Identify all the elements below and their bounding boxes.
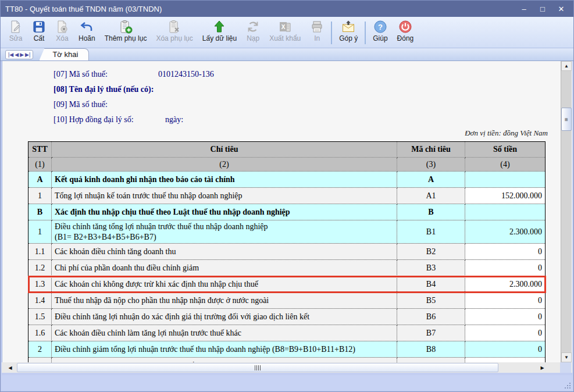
- scroll-left-icon[interactable]: ◀: [5, 362, 15, 373]
- resize-grip-icon[interactable]: [564, 382, 571, 389]
- minimize-icon[interactable]: –: [516, 3, 532, 15]
- toolbar-button-get-data[interactable]: Lấy dữ liệu: [198, 18, 241, 48]
- table-row[interactable]: 1Tổng lợi nhuận kế toán trước thuế thu n…: [28, 188, 546, 204]
- toolbar-separator: [365, 22, 366, 44]
- row-code: B8: [397, 341, 465, 358]
- row-label: Xác định thu nhập chịu thuế theo Luật th…: [52, 204, 397, 220]
- toolbar-button-label: Xóa: [56, 34, 68, 42]
- toolbar-button-label: Thêm phụ lục: [105, 34, 147, 42]
- report-table-body: AKết quả kinh doanh ghi nhận theo báo cá…: [28, 172, 546, 363]
- row-value[interactable]: 0: [465, 325, 546, 341]
- row-code: B1: [397, 220, 465, 244]
- toolbar-button-close-power[interactable]: Đóng: [393, 18, 419, 48]
- row-value[interactable]: [465, 204, 546, 220]
- tab-nav-buttons: |◀ ◀ ▶ ▶|: [5, 50, 33, 59]
- form-field-7: [07] Mã số thuế:0101243150-136: [54, 67, 561, 82]
- row-value[interactable]: 0: [465, 260, 546, 276]
- maximize-icon[interactable]: □: [535, 3, 550, 15]
- scroll-down-icon[interactable]: ▼: [561, 352, 572, 362]
- table-row[interactable]: 1.4Thuế thu nhập đã nộp cho phần thu nhậ…: [28, 293, 546, 309]
- row-stt: 2.1: [28, 358, 52, 363]
- row-value[interactable]: 0: [465, 309, 546, 325]
- toolbar-button-label: Giúp: [373, 34, 387, 42]
- form-field-label: [09] Mã số thuế:: [54, 100, 158, 109]
- remove-appendix-icon: [167, 20, 181, 34]
- table-row[interactable]: 1.2Chi phí của phần doanh thu điều chỉnh…: [28, 260, 546, 276]
- form-field-value[interactable]: 0101243150-136: [158, 70, 214, 79]
- row-value[interactable]: 2.300.000: [465, 220, 546, 244]
- row-stt: B: [28, 204, 52, 220]
- row-stt: 1: [28, 220, 52, 244]
- table-row[interactable]: 1.5Điều chỉnh tăng lợi nhuận do xác định…: [28, 309, 546, 325]
- status-bar: [2, 375, 572, 390]
- app-window: TT80 - Quyết toán thuế TNDN năm (03/TNDN…: [0, 0, 574, 392]
- scroll-up-icon[interactable]: ▲: [561, 61, 572, 71]
- horizontal-scrollbar[interactable]: ◀ ▶: [2, 362, 560, 373]
- table-header-row: STT Chỉ tiêu Mã chỉ tiêu Số tiền: [28, 142, 546, 158]
- table-row[interactable]: 1Điều chỉnh tăng tổng lợi nhuận trước th…: [28, 220, 546, 244]
- row-code: B6: [397, 309, 465, 325]
- toolbar-button-label: Xuất khẩu: [269, 34, 301, 42]
- close-power-icon: [398, 20, 412, 34]
- table-row[interactable]: AKết quả kinh doanh ghi nhận theo báo cá…: [28, 172, 546, 188]
- row-stt: A: [28, 172, 52, 188]
- tab-nav-last-icon[interactable]: ▶|: [25, 52, 30, 58]
- form-field-suffix-label: ngày:: [165, 115, 183, 124]
- toolbar-button-label: In: [314, 34, 320, 42]
- toolbar-button-feedback-envelope[interactable]: Góp ý: [334, 18, 362, 48]
- toolbar: SửaCấtXóaHoãnThêm phụ lụcXóa phụ lụcLấy …: [1, 17, 573, 48]
- row-label: Tổng lợi nhuận kế toán trước thuế thu nh…: [52, 188, 397, 204]
- row-code: B5: [397, 293, 465, 309]
- row-value[interactable]: [465, 172, 546, 188]
- export-excel-icon: X: [278, 20, 292, 34]
- scroll-right-icon[interactable]: ▶: [537, 362, 547, 373]
- row-stt: 1.1: [28, 244, 52, 260]
- table-row[interactable]: 2.1Giảm trừ các khoản doanh thu đã tính …: [28, 358, 546, 363]
- table-row-highlighted[interactable]: 1.3Các khoản chi không được trừ khi xác …: [28, 276, 546, 293]
- save-floppy-icon: [32, 20, 46, 34]
- vertical-scrollbar[interactable]: ▲ ≡ ▼: [561, 61, 572, 362]
- vertical-scroll-thumb[interactable]: ≡: [561, 108, 572, 131]
- form-field-label: [07] Mã số thuế:: [54, 70, 158, 79]
- toolbar-button-save-floppy[interactable]: Cất: [27, 18, 51, 48]
- row-value[interactable]: 0: [465, 341, 546, 358]
- tab-nav-first-icon[interactable]: |◀: [8, 52, 13, 58]
- table-row[interactable]: 2Điều chỉnh giảm tổng lợi nhuận trước th…: [28, 341, 546, 358]
- row-value[interactable]: 152.000.000: [465, 188, 546, 204]
- help-icon: ?: [373, 20, 387, 34]
- form-field-label: [10] Hợp đồng đại lý số:: [54, 115, 158, 124]
- toolbar-button-label: Xóa phụ lục: [156, 34, 192, 42]
- toolbar-button-add-appendix[interactable]: Thêm phụ lục: [100, 18, 152, 48]
- tab-to-khai[interactable]: Tờ khai: [39, 48, 89, 60]
- row-label: Thuế thu nhập đã nộp cho phần thu nhập n…: [52, 293, 397, 309]
- tab-nav-next-icon[interactable]: ▶: [20, 52, 24, 58]
- currency-note: Đơn vị tiền: đồng Việt Nam: [2, 129, 561, 140]
- svg-text:X: X: [281, 24, 286, 30]
- table-row[interactable]: 1.6Các khoản điều chỉnh làm tăng lợi nhu…: [28, 325, 546, 341]
- tab-strip: |◀ ◀ ▶ ▶| Tờ khai: [1, 48, 573, 61]
- reload-icon: [246, 20, 260, 34]
- row-value[interactable]: 0: [465, 293, 546, 309]
- table-row[interactable]: BXác định thu nhập chịu thuế theo Luật t…: [28, 204, 546, 220]
- toolbar-button-help[interactable]: ?Giúp: [368, 18, 392, 48]
- row-code: B: [397, 204, 465, 220]
- col-header-chi-tieu: Chỉ tiêu: [52, 142, 397, 158]
- toolbar-button-label: Góp ý: [339, 34, 358, 42]
- col-index-4: (4): [465, 158, 546, 172]
- horizontal-scroll-thumb[interactable]: [17, 363, 498, 372]
- toolbar-button-undo-arrow[interactable]: Hoãn: [74, 18, 100, 48]
- close-icon[interactable]: ✕: [554, 3, 569, 15]
- row-value[interactable]: 0: [465, 244, 546, 260]
- window-controls: – □ ✕: [516, 3, 569, 15]
- delete-page-icon: [55, 20, 69, 34]
- title-bar: TT80 - Quyết toán thuế TNDN năm (03/TNDN…: [1, 1, 573, 17]
- scroll-thumb-grip: [255, 365, 261, 370]
- table-row[interactable]: 1.1Các khoản điều chỉnh tăng doanh thuB2…: [28, 244, 546, 260]
- col-header-stt: STT: [28, 142, 52, 158]
- print-icon: [310, 20, 324, 34]
- row-value[interactable]: 0: [465, 358, 546, 363]
- toolbar-button-delete-page: Xóa: [51, 18, 74, 48]
- tab-nav-prev-icon[interactable]: ◀: [15, 52, 19, 58]
- scrollbar-corner: [560, 362, 571, 373]
- row-value[interactable]: 2.300.000: [465, 276, 546, 293]
